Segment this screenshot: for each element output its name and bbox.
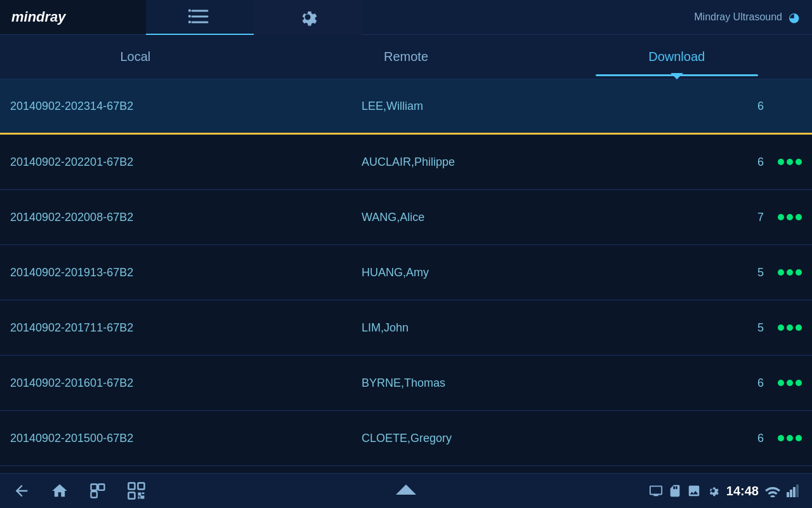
clock-display: 14:48 (726, 484, 759, 498)
tab-remote[interactable]: Remote (271, 35, 542, 79)
qr-scan-button[interactable] (127, 481, 146, 500)
status-area: 14:48 (649, 484, 799, 498)
svg-rect-19 (796, 485, 799, 497)
settings-status-icon (706, 484, 720, 498)
list-icon (188, 5, 211, 28)
gear-icon (296, 6, 319, 29)
svg-rect-3 (188, 10, 191, 12)
table-row[interactable]: 20140902-201913-67B2 HUANG,Amy 5 (0, 245, 812, 300)
patient-name: LIM,John (362, 321, 713, 335)
record-id: 20140902-202008-67B2 (10, 211, 362, 224)
record-id: 20140902-201500-67B2 (10, 432, 362, 445)
tab-active-arrow (671, 73, 683, 79)
table-row[interactable]: 20140902-201500-67B2 CLOETE,Gregory 6 (0, 411, 812, 466)
sd-card-icon (668, 484, 682, 498)
dot-2 (787, 159, 793, 165)
record-count: 6 (713, 432, 764, 445)
more-options[interactable] (764, 324, 802, 331)
svg-rect-18 (793, 487, 796, 497)
dot-1 (778, 324, 784, 331)
dot-3 (796, 435, 802, 441)
svg-rect-16 (787, 492, 789, 497)
dot-2 (787, 324, 793, 331)
photo-icon (687, 484, 701, 498)
chevron-up-icon (395, 482, 417, 497)
wifi-icon (765, 485, 780, 497)
svg-rect-0 (192, 10, 209, 12)
table-row[interactable]: 20140902-201601-67B2 BYRNE,Thomas 6 (0, 356, 812, 411)
dot-3 (796, 324, 802, 331)
patient-name: WANG,Alice (362, 211, 713, 224)
dot-3 (796, 159, 802, 165)
patient-name: BYRNE,Thomas (362, 377, 713, 390)
record-count: 7 (713, 211, 764, 224)
table-row[interactable]: 20140902-202314-67B2 LEE,William 6 (0, 79, 812, 135)
dot-3 (796, 214, 802, 220)
patient-name: AUCLAIR,Philippe (362, 156, 713, 169)
dot-1 (778, 380, 784, 386)
bottom-bar: 14:48 (0, 473, 812, 508)
svg-rect-17 (790, 490, 792, 497)
dot-3 (796, 269, 802, 276)
svg-rect-12 (138, 493, 141, 496)
record-id: 20140902-201711-67B2 (10, 321, 362, 335)
record-id: 20140902-202201-67B2 (10, 156, 362, 169)
tab-local[interactable]: Local (0, 35, 271, 79)
recent-apps-icon (89, 482, 107, 500)
table-row[interactable]: 20140902-202201-67B2 AUCLAIR,Philippe 6 (0, 135, 812, 190)
dot-1 (778, 214, 784, 220)
svg-rect-4 (188, 15, 191, 18)
wifi-icon: ◕ (789, 10, 799, 25)
svg-rect-11 (129, 493, 135, 499)
svg-rect-14 (138, 497, 140, 499)
table-row[interactable]: 20140902-202008-67B2 WANG,Alice 7 (0, 190, 812, 245)
svg-rect-5 (188, 21, 191, 23)
back-button[interactable] (13, 482, 30, 500)
qr-icon (127, 481, 146, 500)
record-count: 6 (713, 100, 764, 113)
more-options[interactable] (764, 269, 802, 276)
app-name-label: Mindray Ultrasound (694, 11, 782, 23)
record-id: 20140902-201601-67B2 (10, 377, 362, 390)
more-options[interactable] (764, 380, 802, 386)
svg-rect-7 (98, 485, 104, 490)
record-count: 6 (713, 156, 764, 169)
dot-1 (778, 435, 784, 441)
tab-local-label: Local (120, 50, 150, 64)
svg-rect-13 (142, 493, 145, 495)
status-icons (649, 484, 720, 498)
svg-rect-9 (129, 483, 135, 490)
dot-3 (796, 380, 802, 386)
dot-1 (778, 269, 784, 276)
svg-rect-8 (91, 491, 97, 497)
more-options[interactable] (764, 159, 802, 165)
list-view-button[interactable] (146, 0, 254, 35)
settings-button[interactable] (254, 0, 362, 35)
record-count: 5 (713, 321, 764, 335)
top-navigation (146, 0, 362, 34)
svg-rect-1 (192, 16, 209, 18)
content-area: 20140902-202314-67B2 LEE,William 6 20140… (0, 79, 812, 473)
record-count: 6 (713, 377, 764, 390)
center-chevron[interactable] (395, 482, 417, 500)
top-right-area: Mindray Ultrasound ◕ (694, 10, 812, 25)
dot-2 (787, 214, 793, 220)
table-row[interactable]: 20140902-201711-67B2 LIM,John 5 (0, 300, 812, 356)
more-options[interactable] (764, 214, 802, 220)
bottom-navigation (13, 481, 146, 500)
dot-2 (787, 435, 793, 441)
home-button[interactable] (51, 482, 69, 500)
tab-download[interactable]: Download (541, 35, 812, 79)
recent-apps-button[interactable] (89, 482, 107, 500)
dot-2 (787, 269, 793, 276)
more-options[interactable] (764, 435, 802, 441)
top-bar: mindray Mindray Ultrasound ◕ (0, 0, 812, 35)
patient-name: CLOETE,Gregory (362, 432, 713, 445)
dot-2 (787, 380, 793, 386)
home-icon (51, 482, 69, 500)
tab-bar: Local Remote Download (0, 35, 812, 79)
patient-name: LEE,William (362, 100, 713, 113)
dot-1 (778, 159, 784, 165)
svg-rect-15 (140, 496, 144, 499)
tab-remote-label: Remote (384, 50, 428, 64)
